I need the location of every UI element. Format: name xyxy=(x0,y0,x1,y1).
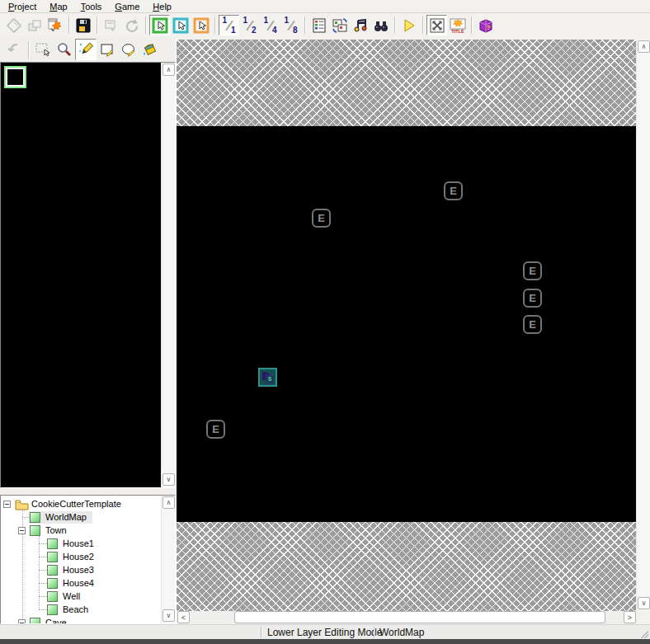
tree-item-house4[interactable]: House4 xyxy=(1,577,161,590)
tree-item-worldmap[interactable]: WorldMap xyxy=(1,511,161,524)
layer1-button[interactable] xyxy=(149,15,170,35)
tree-scrollbar[interactable]: ∧ ∨ xyxy=(161,496,175,623)
canvas-horizontal-scrollbar[interactable]: < > xyxy=(177,611,650,624)
undo-button[interactable] xyxy=(3,39,25,60)
menu-tools[interactable]: Tools xyxy=(74,1,109,12)
menu-project[interactable]: Project xyxy=(2,1,43,12)
tree-item-label: House1 xyxy=(63,538,94,548)
zoom-tool-button[interactable] xyxy=(54,39,75,60)
menu-game[interactable]: Game xyxy=(108,1,146,12)
tree-item-label: CookieCutterTemplate xyxy=(31,499,121,509)
menu-help[interactable]: Help xyxy=(146,1,178,12)
select-tool-button[interactable] xyxy=(32,39,54,60)
resource-manager-button[interactable] xyxy=(329,15,350,35)
scroll-up-button[interactable]: ∧ xyxy=(162,496,175,509)
collapse-expander-icon[interactable] xyxy=(18,619,26,623)
scroll-down-button[interactable]: ∨ xyxy=(162,609,175,622)
horizontal-scroll-thumb[interactable] xyxy=(234,611,605,623)
copy-window-icon xyxy=(103,17,120,34)
layer3-button[interactable] xyxy=(191,15,211,35)
toolbar-separator xyxy=(214,16,215,34)
chevron-up-icon: ∧ xyxy=(167,67,172,73)
event-marker[interactable]: E xyxy=(444,181,463,200)
music-button[interactable] xyxy=(350,15,370,35)
fill-tool-button[interactable] xyxy=(139,39,161,60)
scroll-up-button[interactable]: ∧ xyxy=(638,40,650,53)
run-game-button[interactable] xyxy=(398,15,419,35)
save-button[interactable] xyxy=(73,15,93,35)
chevron-up-icon: ∧ xyxy=(642,44,647,50)
event-marker[interactable]: E xyxy=(523,261,542,280)
panel-splitter[interactable] xyxy=(0,488,176,495)
insert-map-button[interactable] xyxy=(24,15,45,35)
help-button[interactable]: ? xyxy=(475,15,496,35)
selected-tile-highlight[interactable] xyxy=(4,66,26,88)
toolbar-separator xyxy=(97,16,97,34)
tree-item-label: WorldMap xyxy=(45,512,87,522)
event-marker[interactable]: E xyxy=(523,315,542,334)
tree-connector xyxy=(39,570,47,571)
chevron-left-icon: < xyxy=(181,613,186,622)
pen-tool-button[interactable] xyxy=(75,39,97,60)
toolbar-separator xyxy=(422,16,423,34)
map-tools-toolbar xyxy=(0,37,176,62)
fraction-1-1-icon: 11 xyxy=(221,17,238,33)
scroll-down-button[interactable]: ∨ xyxy=(162,473,175,486)
fraction-1-4-icon: 14 xyxy=(262,17,279,33)
database-button[interactable] xyxy=(309,15,329,35)
tree-item-town[interactable]: Town xyxy=(1,524,161,538)
tree-item-label: House4 xyxy=(63,578,94,588)
title-screen-button[interactable]: TITLE xyxy=(447,15,468,35)
chevron-right-icon: > xyxy=(628,613,632,622)
find-button[interactable] xyxy=(370,15,391,35)
tree-item-well[interactable]: Well xyxy=(1,590,161,604)
scroll-down-button[interactable]: ∨ xyxy=(638,597,650,609)
collapse-expander-icon[interactable] xyxy=(18,527,26,534)
tree-item-cave[interactable]: Cave xyxy=(1,617,161,623)
map-icon xyxy=(30,525,40,536)
fullscreen-button[interactable] xyxy=(426,15,447,35)
map-tree-list[interactable]: CookieCutterTemplate WorldMap Town xyxy=(1,496,161,623)
new-project-button[interactable] xyxy=(3,15,24,35)
revert-button[interactable] xyxy=(121,15,142,35)
ellipse-tool-button[interactable] xyxy=(118,39,139,60)
collapse-expander-icon[interactable] xyxy=(3,501,11,508)
tree-item-house2[interactable]: House2 xyxy=(1,551,161,564)
circular-arrow-icon xyxy=(124,17,140,34)
floppy-disk-icon xyxy=(75,17,92,34)
start-position-marker[interactable]: S xyxy=(258,368,277,387)
zoom-1-4-button[interactable]: 14 xyxy=(260,15,280,35)
toolbar-separator xyxy=(394,16,395,34)
canvas-vertical-scrollbar[interactable]: ∧ ∨ xyxy=(636,40,650,611)
zoom-1-2-button[interactable]: 12 xyxy=(239,15,260,35)
scroll-right-button[interactable]: > xyxy=(624,611,636,623)
menu-bar: Project Map Tools Game Help xyxy=(0,0,650,13)
map-icon xyxy=(47,591,58,602)
menu-map[interactable]: Map xyxy=(43,1,73,12)
import-resource-button[interactable] xyxy=(45,15,65,35)
event-marker[interactable]: E xyxy=(312,209,331,228)
copy-map-button[interactable] xyxy=(101,15,121,35)
event-marker[interactable]: E xyxy=(523,289,542,308)
zoom-1-8-button[interactable]: 18 xyxy=(280,15,301,35)
tree-item-label: House3 xyxy=(63,565,94,575)
event-marker[interactable]: E xyxy=(206,420,225,439)
zoom-1-1-button[interactable]: 11 xyxy=(219,15,239,35)
windows-swap-icon xyxy=(332,17,348,34)
fraction-1-2-icon: 12 xyxy=(242,17,258,33)
layer2-button[interactable] xyxy=(170,15,191,35)
rectangle-tool-button[interactable] xyxy=(97,39,118,60)
scroll-left-button[interactable]: < xyxy=(177,611,190,623)
map-black-region[interactable]: EEEEEES xyxy=(177,126,636,522)
resize-grip[interactable] xyxy=(639,629,648,638)
tree-item-house1[interactable]: House1 xyxy=(1,538,161,551)
tile-palette-canvas[interactable] xyxy=(1,63,161,487)
tree-item-project-root[interactable]: CookieCutterTemplate xyxy=(1,498,161,511)
scroll-up-button[interactable]: ∧ xyxy=(162,63,175,76)
palette-scrollbar[interactable]: ∧ ∨ xyxy=(161,63,175,487)
orange-layer-cursor-icon xyxy=(193,17,210,34)
map-canvas-viewport[interactable]: EEEEEES xyxy=(177,40,636,611)
tree-item-house3[interactable]: House3 xyxy=(1,564,161,577)
diamond-tag-icon xyxy=(6,17,22,34)
tree-item-beach[interactable]: Beach xyxy=(1,604,161,617)
